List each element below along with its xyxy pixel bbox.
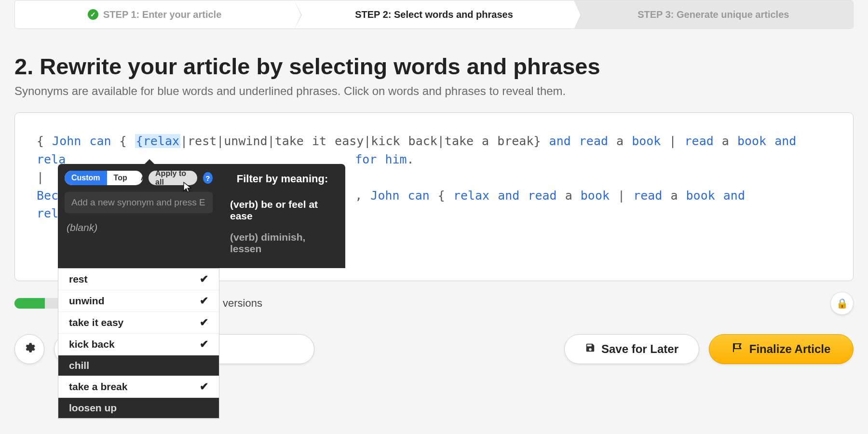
check-icon: ✓ bbox=[88, 9, 98, 20]
step-3-label: STEP 3: Generate unique articles bbox=[637, 9, 789, 20]
word-read-2[interactable]: read bbox=[633, 189, 662, 203]
page-subtitle: Synonyms are available for blue words an… bbox=[14, 84, 854, 98]
phrase-and-read[interactable]: and read bbox=[541, 134, 608, 148]
synonym-item[interactable]: loosen up bbox=[58, 398, 219, 419]
phrase-john-can[interactable]: John can bbox=[370, 189, 429, 203]
settings-button[interactable] bbox=[14, 334, 44, 364]
tab-all[interactable]: All bbox=[134, 171, 143, 185]
step-1-label: STEP 1: Enter your article bbox=[103, 9, 221, 20]
step-1[interactable]: ✓ STEP 1: Enter your article bbox=[15, 0, 294, 28]
check-icon: ✔ bbox=[200, 338, 208, 351]
word-book-2[interactable]: book bbox=[581, 189, 610, 203]
help-icon: ? bbox=[205, 174, 210, 182]
phrase-relax-and-read[interactable]: relax and read bbox=[453, 189, 557, 203]
page-title: 2. Rewrite your article by selecting wor… bbox=[14, 53, 854, 80]
blank-option[interactable]: (blank) bbox=[65, 213, 213, 240]
synonym-label: rest bbox=[69, 273, 88, 285]
check-icon: ✔ bbox=[200, 380, 208, 393]
filter-title: Filter by meaning: bbox=[230, 173, 335, 185]
finalize-label: Finalize Article bbox=[749, 342, 831, 356]
save-icon bbox=[585, 342, 596, 356]
add-synonym-input[interactable] bbox=[65, 192, 213, 213]
check-icon: ✔ bbox=[200, 295, 208, 307]
flag-icon bbox=[732, 342, 744, 356]
stepper: ✓ STEP 1: Enter your article STEP 2: Sel… bbox=[14, 0, 854, 29]
step-2-label: STEP 2: Select words and phrases bbox=[355, 9, 513, 20]
finalize-article-button[interactable]: Finalize Article bbox=[709, 334, 854, 364]
synonym-item[interactable]: take it easy✔ bbox=[58, 312, 219, 334]
phrase-book-and-2[interactable]: book and bbox=[686, 189, 745, 203]
phrase-book-and[interactable]: book and bbox=[737, 134, 796, 148]
meaning-ease[interactable]: (verb) be or feel at ease bbox=[230, 194, 335, 227]
progress-fill bbox=[14, 298, 45, 309]
word-john[interactable]: John bbox=[52, 134, 81, 148]
popover-top: Custom Top All Apply to all ? (blank) Fi… bbox=[58, 164, 345, 268]
word-book[interactable]: book bbox=[632, 134, 661, 148]
synonym-label: take a break bbox=[69, 381, 127, 393]
filter-pill-group: Custom Top All bbox=[65, 171, 143, 185]
popover-left: Custom Top All Apply to all ? (blank) bbox=[58, 164, 219, 268]
synonym-label: kick back bbox=[69, 339, 115, 350]
apply-to-all-button[interactable]: Apply to all bbox=[149, 171, 197, 185]
synonym-item[interactable]: take a break✔ bbox=[58, 376, 219, 398]
synonym-item[interactable]: rest✔ bbox=[58, 269, 219, 290]
synonym-label: unwind bbox=[69, 295, 104, 307]
synonym-popover: Custom Top All Apply to all ? (blank) Fi… bbox=[58, 164, 345, 419]
save-label: Save for Later bbox=[601, 342, 678, 356]
tab-custom[interactable]: Custom bbox=[65, 171, 107, 185]
check-icon: ✔ bbox=[200, 316, 208, 329]
gear-icon bbox=[23, 341, 36, 357]
word-relax-spin[interactable]: {relax bbox=[135, 134, 180, 148]
help-button[interactable]: ? bbox=[203, 172, 213, 184]
phrase-for-him[interactable]: for him bbox=[355, 152, 407, 166]
step-3[interactable]: STEP 3: Generate unique articles bbox=[574, 0, 853, 28]
word-read[interactable]: read bbox=[685, 134, 714, 148]
synonym-label: take it easy bbox=[69, 317, 123, 328]
word-can[interactable]: can bbox=[81, 134, 111, 148]
popover-right: Filter by meaning: (verb) be or feel at … bbox=[219, 164, 345, 268]
synonym-item[interactable]: chill bbox=[58, 355, 219, 376]
check-icon: ✔ bbox=[200, 273, 208, 285]
lock-button[interactable]: 🔒 bbox=[830, 292, 854, 315]
meaning-lessen[interactable]: (verb) diminish, lessen bbox=[230, 227, 335, 259]
lock-icon: 🔒 bbox=[836, 298, 848, 309]
pill-row: Custom Top All Apply to all ? bbox=[65, 171, 213, 185]
save-for-later-button[interactable]: Save for Later bbox=[564, 334, 699, 364]
synonym-item[interactable]: kick back✔ bbox=[58, 334, 219, 355]
synonym-label: loosen up bbox=[69, 402, 117, 414]
step-2[interactable]: STEP 2: Select words and phrases bbox=[294, 0, 573, 28]
synonym-label: chill bbox=[69, 360, 89, 371]
tab-top[interactable]: Top bbox=[107, 171, 134, 185]
synonym-list: rest✔unwind✔take it easy✔kick back✔chill… bbox=[58, 268, 219, 419]
synonym-item[interactable]: unwind✔ bbox=[58, 290, 219, 312]
